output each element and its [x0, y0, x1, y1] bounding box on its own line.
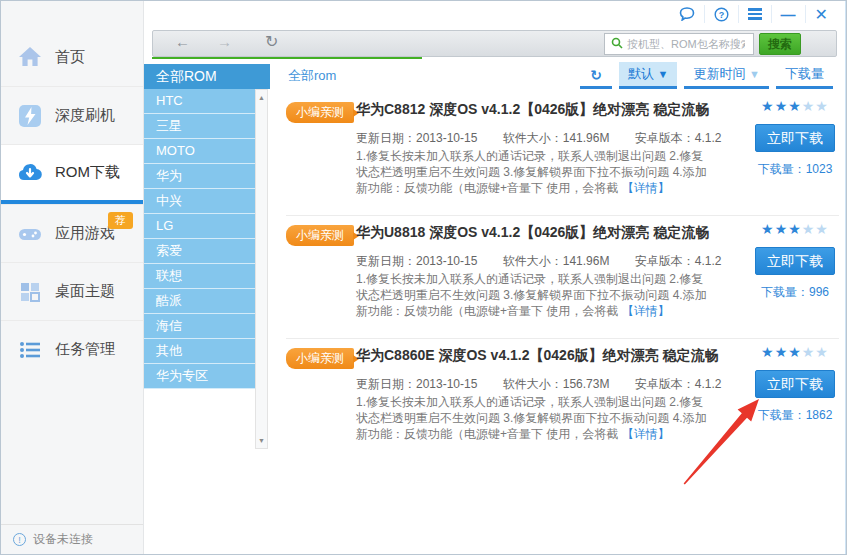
sidebar-item-task-manager[interactable]: 任务管理	[1, 320, 143, 378]
device-status-bar: ! 设备未连接	[1, 524, 143, 554]
brand-item[interactable]: 中兴	[144, 189, 255, 214]
rom-title: 华为C8812 深度OS v4.1.2【0426版】绝对漂亮 稳定流畅	[356, 101, 709, 119]
browser-toolbar: ← → ↻ 搜索	[152, 30, 837, 57]
brand-item[interactable]: 联想	[144, 264, 255, 289]
sidebar-item-apps-games[interactable]: 应用游戏 荐	[1, 204, 143, 262]
minimize-icon[interactable]: —	[771, 5, 805, 23]
sidebar-item-desktop-themes[interactable]: 桌面主题	[1, 262, 143, 320]
cloud-download-icon	[17, 160, 43, 186]
flash-icon	[17, 103, 43, 129]
download-count: 下载量：1862	[753, 407, 837, 424]
sort-downloads[interactable]: 下载量	[776, 62, 833, 89]
arrow-down-icon: ▼	[749, 68, 760, 80]
brand-item[interactable]: HTC	[144, 89, 255, 114]
menu-icon[interactable]	[738, 5, 771, 23]
sidebar-item-label: ROM下载	[55, 163, 120, 182]
info-icon: !	[13, 533, 26, 546]
recommend-badge: 荐	[108, 212, 133, 229]
svg-text:?: ?	[718, 9, 724, 19]
forward-icon[interactable]: →	[217, 33, 232, 50]
update-date: 更新日期：2013-10-15	[356, 131, 477, 145]
brand-list-scrollbar[interactable]: ▲ ▼	[255, 89, 268, 449]
android-version: 安卓版本：4.1.2	[635, 131, 722, 145]
rom-list-item: 小编亲测 华为C8812 深度OS v4.1.2【0426版】绝对漂亮 稳定流畅…	[286, 93, 839, 216]
rom-meta: 更新日期：2013-10-15 软件大小：141.96M 安卓版本：4.1.2	[356, 253, 721, 270]
search-input[interactable]	[627, 38, 745, 50]
detail-link[interactable]: 【详情】	[622, 427, 670, 441]
sidebar-item-label: 首页	[55, 48, 85, 67]
rom-list-item: 小编亲测 华为C8860E 深度OS v4.1.2【0426版】绝对漂亮 稳定流…	[286, 339, 839, 462]
sort-bar: ↻ 默认 ▼ 更新时间 ▼ 下载量	[573, 62, 833, 89]
android-version: 安卓版本：4.1.2	[635, 254, 722, 268]
feedback-icon[interactable]	[670, 5, 704, 23]
sidebar-item-deep-flash[interactable]: 深度刷机	[1, 86, 143, 144]
task-list-icon	[17, 337, 43, 363]
update-date: 更新日期：2013-10-15	[356, 377, 477, 391]
scroll-down-icon[interactable]: ▼	[256, 437, 267, 444]
file-size: 软件大小：141.96M	[503, 131, 610, 145]
editor-tested-badge: 小编亲测	[286, 225, 354, 246]
file-size: 软件大小：156.73M	[503, 377, 610, 391]
brand-item[interactable]: 索爱	[144, 239, 255, 264]
refresh-icon[interactable]: ↻	[265, 32, 278, 51]
rom-description: 1.修复长按未加入联系人的通话记录，联系人强制退出问题 2.修复状态栏透明重启不…	[356, 148, 714, 196]
theme-grid-icon	[17, 279, 43, 305]
gamepad-icon	[17, 221, 43, 247]
device-status-label: 设备未连接	[33, 531, 93, 548]
android-version: 安卓版本：4.1.2	[635, 377, 722, 391]
rom-description: 1.修复长按未加入联系人的通话记录，联系人强制退出问题 2.修复状态栏透明重启不…	[356, 271, 714, 319]
search-icon	[611, 35, 623, 53]
brand-item[interactable]: MOTO	[144, 139, 255, 164]
list-refresh-icon[interactable]: ↻	[580, 64, 612, 89]
rom-title: 华为C8860E 深度OS v4.1.2【0426版】绝对漂亮 稳定流畅	[356, 347, 719, 365]
page-load-progress	[152, 57, 422, 59]
sidebar-item-label: 应用游戏	[55, 224, 115, 243]
brand-item[interactable]: 华为	[144, 164, 255, 189]
file-size: 软件大小：141.96M	[503, 254, 610, 268]
rom-meta: 更新日期：2013-10-15 软件大小：156.73M 安卓版本：4.1.2	[356, 376, 721, 393]
brand-item[interactable]: 海信	[144, 314, 255, 339]
download-now-button[interactable]: 立即下载	[755, 370, 835, 398]
help-icon[interactable]: ?	[704, 5, 738, 23]
window-controls: ? — ✕	[670, 4, 837, 24]
brand-list: 全部ROM HTC 三星 MOTO 华为 中兴 LG 索爱 联想 酷派 海信 其…	[144, 64, 270, 389]
sidebar-nav: 首页 深度刷机 ROM下载 应用游戏 荐	[1, 28, 143, 378]
detail-link[interactable]: 【详情】	[622, 304, 670, 318]
brand-item[interactable]: 华为专区	[144, 364, 255, 389]
brand-item[interactable]: LG	[144, 214, 255, 239]
close-icon[interactable]: ✕	[805, 5, 837, 23]
home-icon	[17, 44, 43, 70]
star-rating: ★★★★★	[753, 343, 837, 361]
brand-item[interactable]: 其他	[144, 339, 255, 364]
brand-item[interactable]: 酷派	[144, 289, 255, 314]
brand-item[interactable]: 三星	[144, 114, 255, 139]
app-window: 首页 深度刷机 ROM下载 应用游戏 荐	[0, 0, 847, 555]
detail-link[interactable]: 【详情】	[622, 181, 670, 195]
editor-tested-badge: 小编亲测	[286, 102, 354, 123]
search-button[interactable]: 搜索	[759, 33, 801, 55]
rom-list-item: 小编亲测 华为U8818 深度OS v4.1.2【0426版】绝对漂亮 稳定流畅…	[286, 216, 839, 339]
star-rating: ★★★★★	[753, 220, 837, 238]
back-icon[interactable]: ←	[175, 33, 190, 50]
sidebar-item-label: 桌面主题	[55, 282, 115, 301]
download-count: 下载量：1023	[753, 161, 837, 178]
rom-title: 华为U8818 深度OS v4.1.2【0426版】绝对漂亮 稳定流畅	[356, 224, 709, 242]
update-date: 更新日期：2013-10-15	[356, 254, 477, 268]
sidebar-item-label: 深度刷机	[55, 106, 115, 125]
sidebar-item-home[interactable]: 首页	[1, 28, 143, 86]
brand-item-all-rom[interactable]: 全部ROM	[144, 64, 270, 89]
download-now-button[interactable]: 立即下载	[755, 247, 835, 275]
sort-update-time[interactable]: 更新时间 ▼	[684, 62, 769, 89]
rom-list: 小编亲测 华为C8812 深度OS v4.1.2【0426版】绝对漂亮 稳定流畅…	[286, 93, 839, 462]
arrow-down-icon: ▼	[658, 68, 669, 80]
scroll-up-icon[interactable]: ▲	[256, 94, 267, 101]
sort-default[interactable]: 默认 ▼	[619, 62, 678, 89]
search-box	[604, 33, 754, 55]
sidebar-item-rom-download[interactable]: ROM下载	[1, 144, 143, 204]
rom-description: 1.修复长按未加入联系人的通话记录，联系人强制退出问题 2.修复状态栏透明重启不…	[356, 394, 714, 442]
sidebar-item-label: 任务管理	[55, 340, 115, 359]
breadcrumb: 全部rom	[288, 67, 336, 85]
download-count: 下载量：996	[753, 284, 837, 301]
star-rating: ★★★★★	[753, 97, 837, 115]
download-now-button[interactable]: 立即下载	[755, 124, 835, 152]
